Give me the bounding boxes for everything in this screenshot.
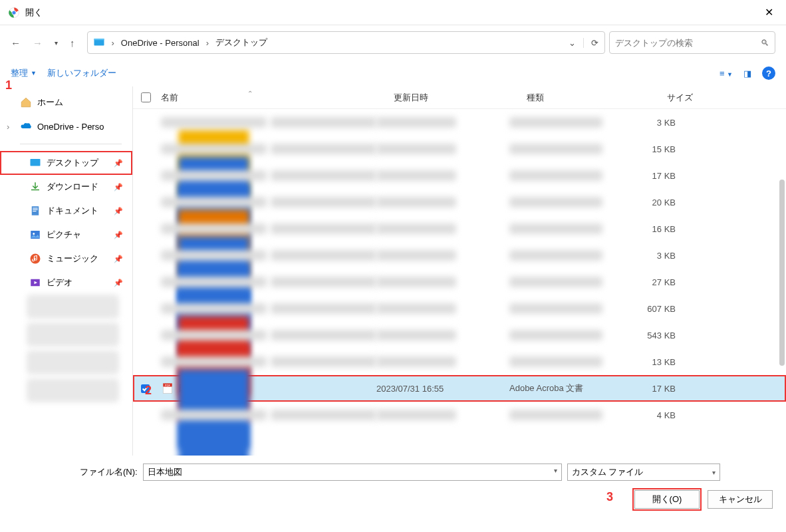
column-date[interactable]: 更新日時	[394, 92, 527, 104]
sidebar-music[interactable]: ミュージック 📌	[0, 247, 132, 271]
annotation-1: 1	[5, 86, 12, 92]
filename-input[interactable]	[148, 467, 544, 477]
sidebar-item-label: ピクチャ	[47, 229, 81, 241]
column-size[interactable]: サイズ	[646, 92, 713, 104]
sidebar-blurred-item	[27, 295, 119, 319]
select-all-checkbox[interactable]	[141, 92, 151, 102]
toolbar: 整理 ▼ 新しいフォルダー ≡ ▼ ◨ ?	[0, 60, 786, 86]
sidebar: ホーム OneDrive - Perso 1 デスクトップ 📌 ダウンロード 📌…	[0, 86, 133, 456]
file-size: 4 KB	[629, 410, 696, 420]
pin-icon: 📌	[114, 159, 123, 168]
cancel-button[interactable]: キャンセル	[708, 490, 773, 509]
search-box[interactable]: 🔍︎	[609, 31, 775, 54]
svg-rect-28	[179, 423, 249, 456]
back-button[interactable]: ←	[11, 37, 21, 49]
file-size: 16 KB	[629, 224, 696, 234]
music-icon	[29, 253, 41, 265]
sidebar-item-label: ビデオ	[47, 277, 72, 289]
file-icon	[161, 303, 267, 314]
sidebar-documents[interactable]: ドキュメント 📌	[0, 199, 132, 223]
footer: ファイル名(N): ▾ カスタム ファイル ▾ 3 開く(O) キャンセル	[0, 456, 786, 519]
desktop-icon	[93, 37, 105, 49]
address-dropdown-icon[interactable]: ⌄	[565, 38, 579, 48]
file-icon	[161, 410, 267, 420]
help-button[interactable]: ?	[762, 66, 775, 80]
filter-label: カスタム ファイル	[572, 466, 644, 478]
file-size: 17 KB	[629, 171, 696, 181]
open-button[interactable]: 開く(O)	[634, 490, 700, 509]
search-icon[interactable]: 🔍︎	[761, 38, 769, 48]
svg-rect-5	[94, 39, 104, 40]
file-type-filter[interactable]: カスタム ファイル ▾	[567, 464, 720, 481]
window-title: 開く	[25, 7, 759, 19]
sidebar-downloads[interactable]: ダウンロード 📌	[0, 175, 132, 199]
filename-dropdown-icon[interactable]: ▾	[554, 467, 557, 474]
pin-icon: 📌	[114, 183, 123, 192]
crumb-sep-icon: ›	[206, 38, 209, 48]
titlebar: 開く ✕	[0, 0, 786, 25]
new-folder-button[interactable]: 新しいフォルダー	[47, 67, 116, 79]
filename-input-wrap[interactable]: ▾	[143, 464, 562, 481]
organize-button[interactable]: 整理 ▼	[11, 67, 37, 79]
desktop-icon	[29, 157, 41, 169]
pin-icon: 📌	[114, 279, 123, 287]
file-row-blurred[interactable]: 3 KB	[133, 109, 786, 136]
annotation-2: 2	[145, 384, 152, 398]
onedrive-icon	[20, 120, 32, 132]
sidebar-item-label: ミュージック	[47, 253, 98, 265]
up-button[interactable]: ↑	[70, 37, 75, 49]
svg-point-12	[33, 233, 35, 235]
home-icon	[20, 96, 32, 108]
file-size: 543 KB	[629, 331, 696, 340]
sidebar-videos[interactable]: ビデオ 📌	[0, 271, 132, 295]
file-size: 27 KB	[629, 277, 696, 287]
file-icon	[161, 144, 267, 154]
sidebar-separator	[20, 144, 122, 144]
file-type: Adobe Acroba 文書	[509, 382, 629, 394]
pictures-icon	[29, 229, 41, 241]
document-icon	[29, 205, 41, 217]
column-headers: 名前⌃ 更新日時 種類 サイズ	[133, 86, 786, 109]
sidebar-desktop[interactable]: デスクトップ 📌	[0, 151, 132, 175]
sidebar-item-label: OneDrive - Perso	[37, 122, 104, 132]
column-name[interactable]: 名前⌃	[161, 92, 394, 104]
close-button[interactable]: ✕	[759, 6, 778, 19]
file-size: 17 KB	[629, 384, 696, 394]
file-size: 20 KB	[629, 198, 696, 207]
refresh-button[interactable]: ⟳	[583, 38, 599, 48]
preview-pane-button[interactable]: ◨	[743, 68, 751, 78]
navbar: ← → ▾ ↑ › OneDrive - Personal › デスクトップ ⌄…	[0, 25, 786, 60]
svg-rect-8	[33, 208, 38, 209]
filename-label: ファイル名(N):	[80, 466, 138, 478]
file-icon	[161, 223, 267, 234]
file-icon	[161, 117, 267, 128]
breadcrumb-desktop[interactable]: デスクトップ	[215, 37, 267, 49]
sidebar-pictures[interactable]: ピクチャ 📌	[0, 223, 132, 247]
file-size: 13 KB	[629, 357, 696, 367]
filter-dropdown-icon: ▾	[712, 469, 716, 476]
file-size: 3 KB	[629, 118, 696, 128]
search-input[interactable]	[615, 38, 761, 48]
column-type[interactable]: 種類	[527, 92, 646, 104]
sidebar-home[interactable]: ホーム	[0, 90, 132, 114]
file-icon	[161, 170, 267, 181]
video-icon	[29, 277, 41, 289]
forward-button[interactable]: →	[33, 37, 43, 49]
annotation-3: 3	[606, 490, 613, 504]
sidebar-onedrive[interactable]: OneDrive - Perso	[0, 114, 132, 138]
view-list-button[interactable]: ≡ ▼	[720, 68, 733, 78]
crumb-sep-icon: ›	[112, 38, 114, 48]
file-size: 607 KB	[629, 304, 696, 314]
recent-dropdown[interactable]: ▾	[55, 39, 58, 47]
address-bar[interactable]: › OneDrive - Personal › デスクトップ ⌄ ⟳	[87, 31, 606, 54]
pin-icon: 📌	[114, 231, 123, 239]
svg-rect-6	[31, 159, 41, 166]
sidebar-item-label: ダウンロード	[47, 181, 98, 193]
scrollbar[interactable]	[779, 180, 785, 366]
file-icon	[161, 277, 267, 287]
breadcrumb-onedrive[interactable]: OneDrive - Personal	[121, 38, 199, 48]
pin-icon: 📌	[114, 207, 123, 215]
file-icon	[161, 330, 267, 340]
main-area: ホーム OneDrive - Perso 1 デスクトップ 📌 ダウンロード 📌…	[0, 86, 786, 456]
file-rows: 3 KB 15 KB 17 KB 20 KB 16 KB 3 KB 27 K	[133, 109, 786, 456]
